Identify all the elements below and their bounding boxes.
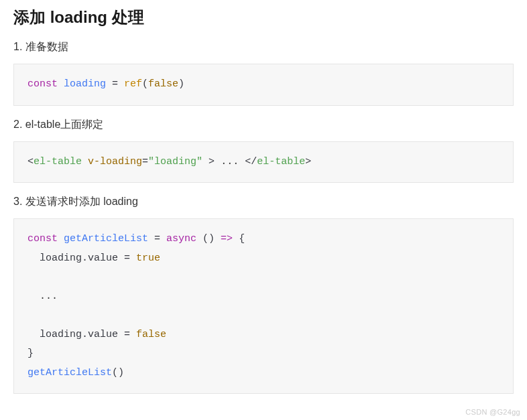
lt-close: </ [245, 156, 257, 167]
dot: . [82, 329, 88, 340]
call-getArticleList: getArticleList [27, 367, 112, 378]
brace-close: } [27, 348, 34, 359]
call-parens: () [112, 367, 124, 378]
step-3: 3. 发送请求时添加 loading [13, 195, 514, 209]
step-2-num: 2. [13, 119, 22, 130]
val-true: true [136, 253, 160, 264]
fn-ref: ref [124, 78, 142, 90]
step-3-text: 发送请求时添加 loading [25, 196, 138, 207]
gt-close: > [305, 156, 311, 167]
sp [58, 233, 64, 244]
indent [27, 329, 40, 340]
page-title: 添加 loading 处理 [13, 7, 514, 28]
ellipsis: ... [215, 156, 245, 167]
dot: . [82, 253, 88, 264]
gt: > [209, 156, 215, 167]
code-block-3: const getArticleList = async () => { loa… [13, 218, 514, 394]
ellipsis: ... [40, 291, 58, 302]
watermark: CSDN @G24gg [465, 408, 520, 416]
code-block-1: const loading = ref(false) [13, 64, 514, 106]
step-1-num: 1. [13, 41, 22, 52]
step-1-text: 准备数据 [25, 41, 68, 52]
space [202, 156, 209, 167]
obj-loading: loading [40, 329, 82, 340]
var-getArticleList: getArticleList [64, 233, 148, 244]
op-eq: = [118, 329, 136, 340]
attr-v-loading: v-loading [88, 156, 142, 167]
obj-loading: loading [40, 253, 82, 264]
indent [27, 253, 40, 264]
code-block-2: <el-table v-loading="loading" > ... </el… [13, 141, 514, 184]
kw-const: const [27, 233, 58, 244]
tag-el-table-close: el-table [257, 156, 305, 167]
eq: = [142, 156, 148, 167]
prop-value: value [88, 253, 118, 264]
prop-value: value [88, 329, 118, 340]
val-false: false [148, 78, 178, 90]
op-eq: = [106, 78, 124, 90]
kw-const: const [27, 78, 58, 90]
indent [27, 291, 40, 302]
var-loading: loading [64, 78, 106, 90]
kw-async: async [166, 233, 196, 244]
str-loading: "loading" [148, 156, 202, 167]
paren-open: ( [142, 78, 148, 90]
paren-close: ) [178, 78, 184, 90]
val-false: false [136, 329, 166, 340]
tag-el-table-open: el-table [34, 156, 82, 167]
parens: () [196, 233, 221, 244]
step-1: 1. 准备数据 [13, 40, 514, 54]
step-2-text: el-table上面绑定 [25, 119, 103, 130]
arrow: => [221, 233, 233, 244]
space [82, 156, 88, 167]
op-eq: = [118, 253, 136, 264]
step-2: 2. el-table上面绑定 [13, 118, 514, 132]
brace-open: { [233, 233, 245, 244]
step-3-num: 3. [13, 196, 22, 207]
lt: < [27, 156, 34, 167]
op-eq: = [148, 233, 166, 244]
